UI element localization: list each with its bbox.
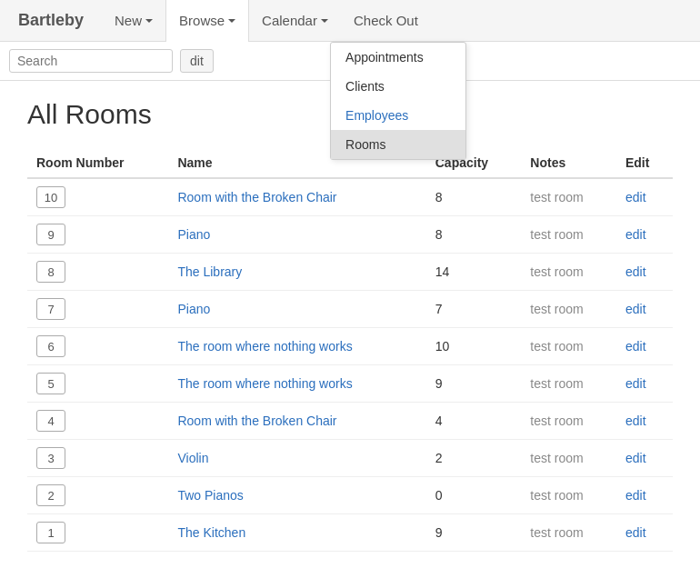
nav-new-caret-icon	[145, 19, 153, 23]
cell-capacity: 9	[426, 365, 522, 403]
cell-edit: edit	[616, 514, 673, 552]
cell-capacity: 2	[426, 440, 522, 477]
cell-capacity: 8	[426, 216, 522, 254]
nav-browse-label: Browse	[179, 13, 225, 28]
nav-browse[interactable]: Browse Appointments Clients Employees Ro…	[165, 0, 249, 42]
dropdown-appointments[interactable]: Appointments	[331, 43, 465, 72]
cell-room-number: 2	[27, 477, 168, 514]
table-row: 3 Violin 2 test room edit	[27, 440, 673, 477]
cell-notes: test room	[521, 514, 616, 552]
room-number-badge: 1	[36, 522, 65, 543]
room-number-badge: 2	[36, 484, 65, 506]
edit-link[interactable]: edit	[625, 451, 646, 465]
cell-room-number: 10	[27, 178, 168, 216]
room-name-link[interactable]: Room with the Broken Chair	[177, 414, 336, 428]
cell-name: Room with the Broken Chair	[168, 403, 425, 440]
edit-link[interactable]: edit	[625, 339, 646, 354]
edit-link[interactable]: edit	[625, 264, 646, 279]
cell-name: The Kitchen	[168, 514, 425, 552]
cell-notes: test room	[521, 365, 616, 403]
room-name-link[interactable]: The Kitchen	[177, 525, 245, 540]
cell-name: Piano	[168, 216, 425, 254]
edit-link[interactable]: edit	[625, 376, 646, 391]
cell-capacity: 9	[426, 514, 522, 552]
room-name-link[interactable]: The room where nothing works	[177, 339, 352, 354]
cell-capacity: 0	[426, 477, 522, 514]
dropdown-employees[interactable]: Employees	[331, 101, 465, 130]
room-name-link[interactable]: Piano	[177, 227, 210, 242]
browse-dropdown: Appointments Clients Employees Rooms	[330, 42, 466, 160]
cell-room-number: 5	[27, 365, 168, 403]
room-name-link[interactable]: Violin	[177, 451, 208, 465]
table-row: 7 Piano 7 test room edit	[27, 291, 673, 328]
cell-name: The room where nothing works	[168, 328, 425, 365]
cell-edit: edit	[616, 440, 673, 477]
cell-edit: edit	[616, 477, 673, 514]
room-name-link[interactable]: Room with the Broken Chair	[177, 190, 336, 204]
room-name-link[interactable]: The room where nothing works	[177, 376, 352, 391]
edit-link[interactable]: edit	[625, 227, 646, 242]
cell-room-number: 4	[27, 403, 168, 440]
cell-edit: edit	[616, 365, 673, 403]
table-row: 6 The room where nothing works 10 test r…	[27, 328, 673, 365]
nav-calendar-label: Calendar	[262, 13, 317, 28]
nav-browse-caret-icon	[228, 19, 235, 23]
nav-new[interactable]: New	[102, 0, 165, 42]
cell-edit: edit	[616, 178, 673, 216]
room-number-badge: 4	[36, 410, 65, 432]
table-row: 5 The room where nothing works 9 test ro…	[27, 365, 673, 403]
cell-name: Room with the Broken Chair	[168, 178, 425, 216]
col-notes: Notes	[521, 148, 616, 178]
cell-notes: test room	[521, 178, 616, 216]
edit-link[interactable]: edit	[625, 414, 646, 428]
table-row: 10 Room with the Broken Chair 8 test roo…	[27, 178, 673, 216]
room-name-link[interactable]: Two Pianos	[177, 488, 243, 503]
cell-edit: edit	[616, 291, 673, 328]
dropdown-clients[interactable]: Clients	[331, 72, 465, 101]
cell-capacity: 4	[426, 403, 522, 440]
table-row: 8 The Library 14 test room edit	[27, 254, 673, 291]
room-name-link[interactable]: Piano	[177, 302, 210, 316]
cell-room-number: 7	[27, 291, 168, 328]
cell-edit: edit	[616, 403, 673, 440]
cell-notes: test room	[521, 477, 616, 514]
nav-checkout[interactable]: Check Out	[341, 0, 431, 42]
edit-link[interactable]: edit	[625, 302, 646, 316]
edit-link[interactable]: edit	[625, 190, 646, 204]
cell-name: The room where nothing works	[168, 365, 425, 403]
nav-new-label: New	[115, 13, 142, 28]
cell-notes: test room	[521, 440, 616, 477]
cell-notes: test room	[521, 254, 616, 291]
room-number-badge: 3	[36, 447, 65, 469]
navbar: Bartleby New Browse Appointments Clients…	[0, 0, 700, 42]
room-name-link[interactable]: The Library	[177, 264, 242, 279]
dropdown-rooms[interactable]: Rooms	[331, 130, 465, 159]
table-row: 1 The Kitchen 9 test room edit	[27, 514, 673, 552]
cell-notes: test room	[521, 328, 616, 365]
cell-name: Violin	[168, 440, 425, 477]
cell-capacity: 8	[426, 178, 522, 216]
table-row: 4 Room with the Broken Chair 4 test room…	[27, 403, 673, 440]
cell-capacity: 10	[426, 328, 522, 365]
cell-notes: test room	[521, 403, 616, 440]
search-input[interactable]	[9, 49, 173, 73]
cell-room-number: 3	[27, 440, 168, 477]
cell-edit: edit	[616, 328, 673, 365]
room-number-badge: 9	[36, 224, 65, 245]
room-number-badge: 10	[36, 186, 65, 208]
cell-edit: edit	[616, 216, 673, 254]
rooms-table: Room Number Name Capacity Notes Edit 10 …	[27, 148, 673, 552]
edit-link[interactable]: edit	[625, 525, 646, 540]
cell-name: The Library	[168, 254, 425, 291]
edit-button[interactable]: dit	[180, 49, 214, 73]
cell-notes: test room	[521, 216, 616, 254]
cell-notes: test room	[521, 291, 616, 328]
cell-capacity: 14	[426, 254, 522, 291]
room-number-badge: 6	[36, 335, 65, 357]
app-brand: Bartleby	[9, 11, 93, 30]
room-number-badge: 7	[36, 298, 65, 320]
edit-link[interactable]: edit	[625, 488, 646, 503]
col-room-number: Room Number	[27, 148, 168, 178]
nav-calendar[interactable]: Calendar	[249, 0, 341, 42]
cell-room-number: 6	[27, 328, 168, 365]
